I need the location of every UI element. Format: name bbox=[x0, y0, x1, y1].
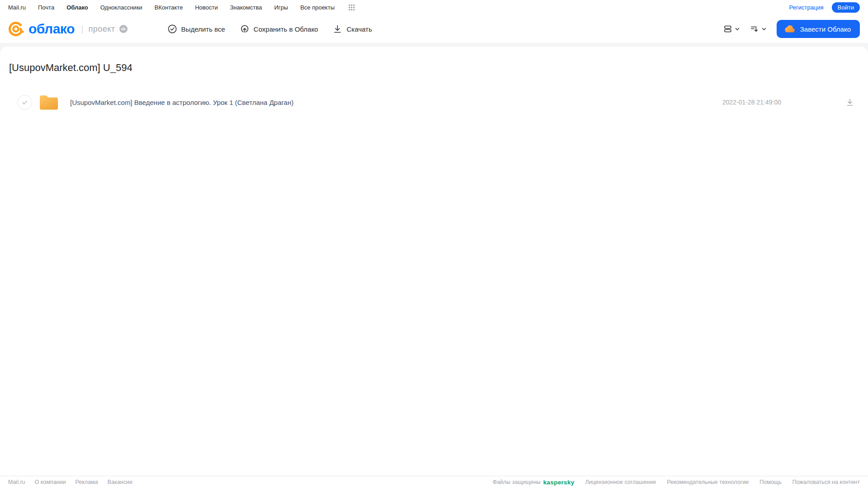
create-cloud-label: Завести Облако bbox=[800, 25, 851, 33]
footer-link-mailru[interactable]: Mail.ru bbox=[8, 479, 25, 485]
portal-links: Mail.ru Почта Облако Одноклассники ВКонт… bbox=[8, 4, 355, 11]
select-all-label: Выделить все bbox=[181, 25, 225, 33]
nav-link-znakomstva[interactable]: Знакомства bbox=[230, 4, 262, 11]
mailru-cloud-public-page: Mail.ru Почта Облако Одноклассники ВКонт… bbox=[0, 0, 868, 488]
nav-link-all-projects[interactable]: Все проекты bbox=[300, 4, 335, 11]
chevron-down-icon bbox=[735, 26, 740, 32]
mailru-at-icon bbox=[7, 20, 24, 38]
footer-link-jobs[interactable]: Вакансии bbox=[108, 479, 133, 485]
page-footer: Mail.ru О компании Реклама Вакансии Файл… bbox=[0, 476, 868, 488]
select-all-button[interactable]: Выделить все bbox=[167, 24, 225, 34]
header-right-controls: Завести Облако bbox=[723, 20, 860, 38]
sort-icon bbox=[750, 24, 759, 33]
sort-dropdown[interactable] bbox=[750, 24, 767, 33]
nav-link-oblako[interactable]: Облако bbox=[66, 4, 88, 11]
logo-wordmark: облако bbox=[28, 21, 75, 37]
apps-grid-icon[interactable] bbox=[349, 5, 355, 10]
nav-link-mailru[interactable]: Mail.ru bbox=[8, 4, 26, 11]
kaspersky-logo[interactable]: kaspersky bbox=[543, 479, 574, 486]
file-date: 2022-01-28 21:49:00 bbox=[722, 99, 781, 106]
orange-cloud-icon bbox=[784, 24, 796, 33]
chevron-down-icon bbox=[761, 26, 767, 32]
kaspersky-protected: Файлы защищены kaspersky bbox=[493, 479, 574, 486]
view-mode-dropdown[interactable] bbox=[723, 24, 740, 33]
project-label: проект bbox=[88, 24, 115, 34]
download-icon bbox=[845, 98, 854, 107]
folder-icon bbox=[38, 93, 59, 111]
file-name-link[interactable]: [UsupovMarket.com] Введение в астрологию… bbox=[70, 99, 722, 106]
top-utility-nav: Mail.ru Почта Облако Одноклассники ВКонт… bbox=[0, 0, 868, 15]
download-label: Скачать bbox=[346, 25, 372, 33]
footer-link-license[interactable]: Лицензионное соглашение bbox=[585, 479, 656, 485]
nav-link-pochta[interactable]: Почта bbox=[38, 4, 54, 11]
protected-label: Файлы защищены bbox=[493, 479, 541, 485]
nav-link-igry[interactable]: Игры bbox=[274, 4, 288, 11]
cloud-header: облако | проект vk Выделить все bbox=[0, 15, 868, 43]
create-cloud-button[interactable]: Завести Облако bbox=[777, 20, 860, 38]
registration-link[interactable]: Регистрация bbox=[789, 4, 824, 11]
nav-link-novosti[interactable]: Новости bbox=[195, 4, 218, 11]
nav-link-vkontakte[interactable]: ВКонтакте bbox=[155, 4, 183, 11]
footer-link-report-content[interactable]: Пожаловаться на контент bbox=[792, 479, 860, 485]
download-icon bbox=[332, 24, 342, 34]
page-title: [UsupovMarket.com] U_594 bbox=[9, 62, 868, 74]
save-to-cloud-label: Сохранить в Облако bbox=[254, 25, 318, 33]
download-button[interactable]: Скачать bbox=[332, 24, 372, 34]
file-actions-toolbar: Выделить все Сохранить в Облако Скача bbox=[167, 24, 372, 34]
footer-link-help[interactable]: Помощь bbox=[759, 479, 781, 485]
file-row[interactable]: [UsupovMarket.com] Введение в астрологию… bbox=[0, 92, 868, 113]
vk-badge-icon: vk bbox=[119, 25, 128, 33]
login-button[interactable]: Войти bbox=[832, 2, 860, 13]
content-wrap: [UsupovMarket.com] U_594 bbox=[0, 43, 868, 476]
logo-separator: | bbox=[81, 24, 84, 34]
auth-area: Регистрация Войти bbox=[789, 2, 860, 13]
footer-right-links: Файлы защищены kaspersky Лицензионное со… bbox=[493, 479, 860, 486]
view-mode-icon bbox=[723, 24, 732, 33]
check-icon bbox=[21, 99, 28, 106]
cloud-logo[interactable]: облако | проект vk bbox=[7, 20, 128, 38]
footer-link-recommend-tech[interactable]: Рекомендательные технологии bbox=[667, 479, 749, 485]
row-download-button[interactable] bbox=[845, 98, 854, 107]
row-checkbox[interactable] bbox=[17, 95, 32, 110]
check-circle-icon bbox=[167, 24, 177, 34]
nav-link-odnoklassniki[interactable]: Одноклассники bbox=[100, 4, 142, 11]
folder-contents-panel: [UsupovMarket.com] U_594 bbox=[0, 47, 868, 476]
cloud-upload-icon bbox=[240, 24, 250, 34]
footer-link-ads[interactable]: Реклама bbox=[75, 479, 98, 485]
footer-left-links: Mail.ru О компании Реклама Вакансии bbox=[8, 479, 133, 485]
footer-link-about[interactable]: О компании bbox=[35, 479, 66, 485]
save-to-cloud-button[interactable]: Сохранить в Облако bbox=[240, 24, 318, 34]
